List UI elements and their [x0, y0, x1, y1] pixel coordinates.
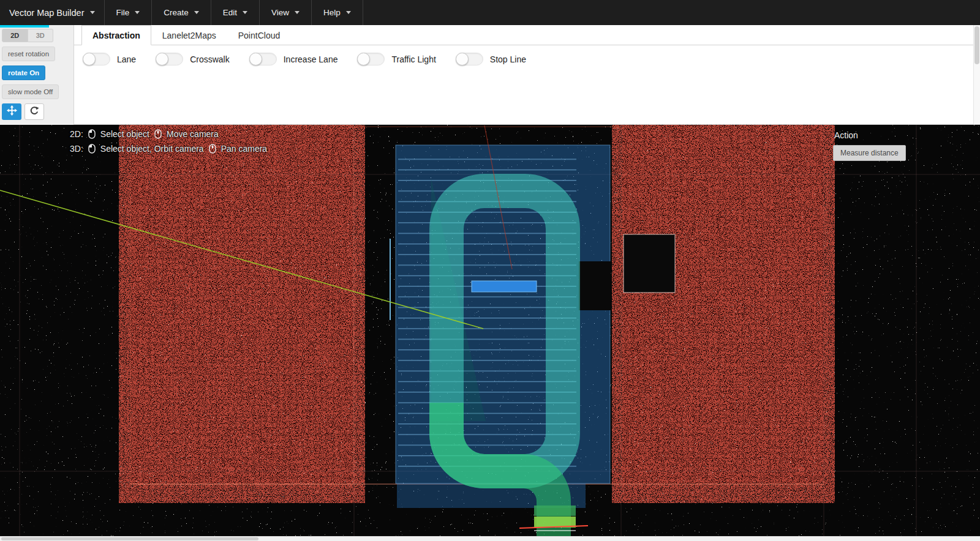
toggle-knob: [156, 53, 168, 65]
chevron-down-icon: [243, 11, 247, 14]
menu-view[interactable]: View: [260, 0, 312, 25]
toggle-knob: [456, 53, 469, 65]
mode-3d-button[interactable]: 3D: [28, 29, 54, 42]
app-title-menu[interactable]: Vector Map Builder: [0, 0, 105, 25]
reset-rotation-button[interactable]: reset rotation: [2, 47, 55, 61]
stop-line-toggle[interactable]: [456, 53, 483, 65]
traffic-light-toggle[interactable]: [357, 53, 385, 65]
chevron-down-icon: [135, 11, 140, 14]
view-mode-segment: 2D 3D: [2, 29, 53, 42]
toggle-knob: [357, 53, 370, 65]
app-title: Vector Map Builder: [9, 8, 85, 18]
toggle-group-increase-lane: Increase Lane: [249, 53, 338, 65]
stop-line-toggle-label: Stop Line: [490, 54, 526, 64]
refresh-tool-button[interactable]: [24, 103, 44, 120]
tab-abstraction[interactable]: Abstraction: [81, 25, 151, 45]
mouse-left-click-icon: [88, 144, 96, 154]
toggle-row: Lane Crosswalk Increase Lane Traffic Lig…: [83, 53, 980, 65]
menu-file[interactable]: File: [105, 0, 153, 25]
help-3d-prefix: 3D:: [70, 144, 83, 154]
toggle-group-stop-line: Stop Line: [456, 53, 526, 65]
help-row-2d: 2D: Select object Move camera: [70, 129, 267, 139]
mouse-help-overlay: 2D: Select object Move camera 3D: Select…: [70, 129, 267, 154]
chevron-down-icon: [346, 11, 351, 14]
help-3d-pan-label: Pan camera: [221, 144, 267, 154]
menu-help[interactable]: Help: [312, 0, 363, 25]
chevron-down-icon: [295, 11, 300, 14]
measure-distance-button[interactable]: Measure distance: [833, 145, 906, 161]
rotate-toggle-button[interactable]: rotate On: [2, 65, 45, 80]
mouse-left-click-icon: [88, 129, 96, 139]
tab-bar: Abstraction Lanelet2Maps PointCloud: [74, 25, 980, 45]
move-tool-button[interactable]: [2, 103, 21, 120]
tab-pointcloud[interactable]: PointCloud: [227, 25, 292, 45]
slow-mode-button[interactable]: slow mode Off: [2, 84, 59, 99]
scrollbar-thumb[interactable]: [974, 26, 979, 64]
help-2d-select-label: Select object: [100, 129, 149, 139]
help-row-3d: 3D: Select object, Orbit camera Pan came…: [70, 144, 267, 154]
help-3d-select-label: Select object, Orbit camera: [100, 144, 204, 154]
toggle-group-lane: Lane: [83, 53, 136, 65]
mode-2d-button[interactable]: 2D: [2, 29, 28, 42]
scrollbar-thumb[interactable]: [1, 537, 258, 540]
crosswalk-toggle-label: Crosswalk: [190, 54, 230, 64]
crosswalk-toggle[interactable]: [156, 53, 183, 65]
tool-icon-row: [2, 103, 73, 120]
tab-lanelet2maps[interactable]: Lanelet2Maps: [151, 25, 227, 45]
chevron-down-icon: [90, 11, 95, 14]
horizontal-scrollbar[interactable]: [0, 536, 980, 541]
help-2d-move-label: Move camera: [167, 129, 219, 139]
chevron-down-icon: [194, 11, 199, 14]
toggle-knob: [83, 53, 96, 65]
options-panel: Abstraction Lanelet2Maps PointCloud Lane…: [74, 25, 980, 125]
toggle-group-crosswalk: Crosswalk: [156, 53, 230, 65]
view-controls-sidebar: 2D 3D reset rotation rotate On slow mode…: [2, 29, 73, 120]
mouse-middle-click-icon: [154, 129, 162, 139]
menubar: Vector Map Builder File Create Edit View…: [0, 0, 980, 25]
fps-graph-baseline: [0, 25, 49, 28]
lane-toggle-label: Lane: [117, 54, 136, 64]
lane-toggle[interactable]: [83, 53, 110, 65]
action-section-label: Action: [834, 130, 858, 140]
refresh-icon: [29, 106, 39, 118]
move-arrows-icon: [7, 105, 17, 118]
panel-scrollbar[interactable]: [973, 25, 980, 124]
increase-lane-toggle[interactable]: [249, 53, 277, 65]
toggle-knob: [249, 53, 262, 65]
help-2d-prefix: 2D:: [70, 129, 83, 139]
traffic-light-toggle-label: Traffic Light: [391, 54, 435, 64]
mouse-middle-click-icon: [209, 144, 216, 154]
map-canvas[interactable]: 2D: Select object Move camera 3D: Select…: [0, 125, 980, 536]
menu-edit[interactable]: Edit: [211, 0, 260, 25]
toggle-group-traffic-light: Traffic Light: [357, 53, 435, 65]
top-zone: Abstraction Lanelet2Maps PointCloud Lane…: [0, 25, 980, 125]
increase-lane-toggle-label: Increase Lane: [284, 54, 338, 64]
menu-create[interactable]: Create: [152, 0, 211, 25]
pointcloud-scene: [0, 125, 980, 536]
